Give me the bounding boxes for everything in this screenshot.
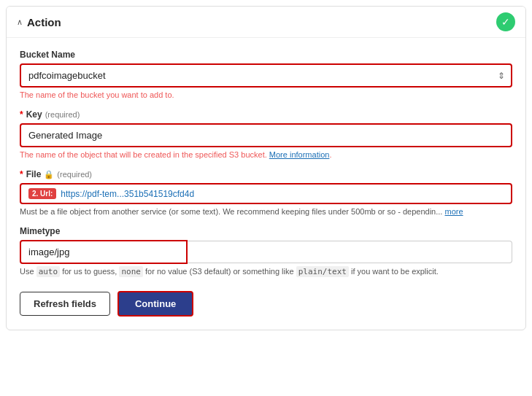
- bucket-name-field-group: Bucket Name pdfcoimagebucket ⇕ The name …: [20, 50, 512, 99]
- mimetype-label: Mimetype: [20, 226, 512, 236]
- key-hint: The name of the object that will be crea…: [20, 150, 512, 159]
- mimetype-extra-input[interactable]: [188, 241, 512, 263]
- mimetype-hint: Use auto for us to guess, none for no va…: [20, 267, 512, 276]
- bucket-name-label: Bucket Name: [20, 50, 512, 60]
- key-hint-link[interactable]: More information: [269, 150, 330, 159]
- file-badge: 2. Url:: [28, 188, 56, 199]
- bucket-name-hint: The name of the bucket you want to add t…: [20, 90, 512, 99]
- panel-header-left: ∧ Action: [17, 16, 61, 28]
- mimetype-row: [20, 240, 512, 264]
- bucket-name-select-wrapper: pdfcoimagebucket ⇕: [20, 63, 512, 88]
- panel-header: ∧ Action ✓: [7, 7, 525, 38]
- key-field-group: * Key (required) The name of the object …: [20, 109, 512, 159]
- panel-title: Action: [27, 16, 61, 28]
- bucket-name-select[interactable]: pdfcoimagebucket: [20, 63, 512, 88]
- file-url: https://pdf-tem...351b541519cfd4d: [61, 189, 504, 199]
- action-panel: ∧ Action ✓ Bucket Name pdfcoimagebucket …: [6, 6, 526, 330]
- mimetype-field-group: Mimetype Use auto for us to guess, none …: [20, 226, 512, 276]
- status-check-icon: ✓: [496, 12, 515, 31]
- panel-body: Bucket Name pdfcoimagebucket ⇕ The name …: [7, 38, 525, 330]
- key-input[interactable]: [20, 123, 512, 147]
- buttons-row: Refresh fields Continue: [20, 291, 512, 317]
- file-hint-more[interactable]: more: [444, 207, 463, 216]
- continue-button[interactable]: Continue: [117, 291, 193, 317]
- chevron-up-icon[interactable]: ∧: [17, 18, 23, 27]
- file-hint: Must be a file object from another servi…: [20, 207, 512, 216]
- file-field-group: * File 🔒 (required) 2. Url: https://pdf-…: [20, 169, 512, 216]
- file-label: * File 🔒 (required): [20, 169, 512, 179]
- lock-icon: 🔒: [44, 170, 54, 179]
- key-label: * Key (required): [20, 109, 512, 120]
- refresh-fields-button[interactable]: Refresh fields: [20, 292, 110, 316]
- file-input-wrapper[interactable]: 2. Url: https://pdf-tem...351b541519cfd4…: [20, 183, 512, 204]
- mimetype-input[interactable]: [20, 240, 188, 264]
